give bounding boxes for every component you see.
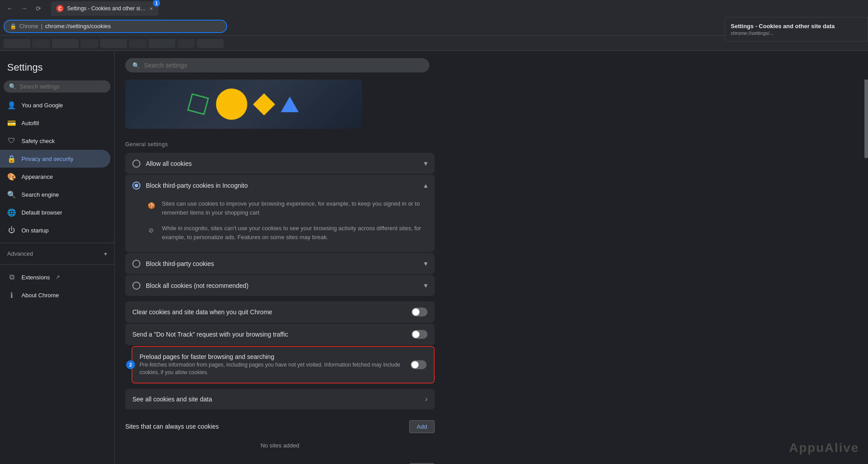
forward-button[interactable]: → (18, 2, 30, 15)
privacy-shield-icon: 🔒 (7, 154, 16, 163)
tab-close-button[interactable]: ✕ (149, 6, 153, 11)
radio-block-third-party[interactable] (132, 260, 140, 268)
external-link-icon: ↗ (55, 274, 60, 280)
preload-toggle[interactable] (411, 360, 427, 369)
toggle-row-clear-cookies[interactable]: Clear cookies and site data when you qui… (125, 301, 435, 323)
settings-search-input[interactable] (144, 62, 422, 69)
bookmark-3[interactable] (52, 39, 79, 48)
panel-subtitle: chrome://settings/... (731, 30, 862, 36)
cookie-detail-icon-2: ⊘ (146, 225, 157, 236)
address-bar[interactable]: 🔒 Chrome | (4, 20, 227, 33)
sidebar-item-on-startup[interactable]: ⏻ On startup (0, 221, 110, 239)
sidebar-label-you-and-google: You and Google (21, 102, 63, 109)
cookie-option-block-all-header[interactable]: Block all cookies (not recommended) ▾ (125, 275, 435, 296)
bookmark-5[interactable] (100, 39, 127, 48)
search-icon: 🔍 (7, 190, 16, 199)
about-icon: ℹ (7, 291, 16, 299)
cookie-option-block-third-party-header[interactable]: Block third-party cookies ▾ (125, 253, 435, 274)
sites-always-header: Sites that can always use cookies Add (125, 417, 435, 439)
sidebar-item-privacy-security[interactable]: 🔒 Privacy and security (0, 150, 110, 168)
block-incognito-label: Block third-party cookies in Incognito (146, 182, 419, 189)
bookmark-2[interactable] (32, 39, 50, 48)
clear-cookies-knob (412, 308, 419, 316)
no-sites-always-label: No sites added (125, 439, 435, 452)
sidebar-advanced-section[interactable]: Advanced ▾ (0, 247, 114, 261)
bookmark-9[interactable] (197, 39, 224, 48)
add-sites-always-button[interactable]: Add (409, 420, 435, 433)
sidebar-label-privacy-security: Privacy and security (21, 156, 73, 162)
always-clear-header: Always clear cookies when windows are cl… (125, 460, 435, 464)
content-area: General settings Allow all cookies ▾ (114, 80, 445, 464)
bookmark-1[interactable] (4, 39, 30, 48)
clear-cookies-toggle[interactable] (411, 308, 428, 316)
cookie-option-block-incognito: Block third-party cookies in Incognito ▴… (125, 175, 435, 252)
expand-allow-all-icon: ▾ (424, 159, 428, 168)
sidebar-divider-2 (0, 264, 114, 265)
preload-knob (411, 361, 419, 368)
preload-row-highlighted: 2 Preload pages for faster browsing and … (131, 346, 435, 384)
bookmark-6[interactable] (129, 39, 147, 48)
chrome-label: Chrome (19, 23, 38, 30)
sidebar-search-box[interactable]: 🔍 (4, 80, 110, 93)
address-input[interactable] (45, 23, 221, 30)
bookmark-4[interactable] (80, 39, 98, 48)
toggle-row-do-not-track[interactable]: Send a "Do Not Track" request with your … (125, 324, 435, 345)
sidebar-item-default-browser[interactable]: 🌐 Default browser (0, 203, 110, 221)
cookie-option-allow-all-header[interactable]: Allow all cookies ▾ (125, 153, 435, 174)
see-all-cookies-row[interactable]: See all cookies and site data › (125, 389, 435, 409)
do-not-track-toggle[interactable] (411, 330, 428, 339)
bookmark-8[interactable] (177, 39, 195, 48)
clear-cookies-title: Clear cookies and site data when you qui… (132, 308, 411, 316)
sidebar-label-on-startup: On startup (21, 227, 49, 234)
block-third-party-label: Block third-party cookies (146, 260, 419, 267)
nav-buttons: ← → ⟳ (4, 2, 45, 15)
sidebar-item-autofill[interactable]: 💳 Autofill (0, 114, 110, 132)
do-not-track-knob (412, 331, 419, 338)
radio-allow-all[interactable] (132, 160, 140, 168)
sidebar-item-about-chrome[interactable]: ℹ About Chrome (0, 286, 110, 304)
browser-titlebar: ← → ⟳ C Settings - Cookies and other sit… (0, 0, 868, 17)
active-tab[interactable]: C Settings - Cookies and other site data… (51, 1, 158, 16)
shape-triangle (281, 97, 299, 112)
radio-block-all[interactable] (132, 282, 140, 290)
browser-frame: ← → ⟳ C Settings - Cookies and other sit… (0, 0, 868, 464)
do-not-track-text: Send a "Do Not Track" request with your … (132, 331, 411, 338)
expand-incognito-icon: ▴ (424, 181, 428, 190)
sidebar-item-you-and-google[interactable]: 👤 You and Google (0, 96, 110, 114)
main-content: Settings 🔍 👤 You and Google 💳 Autofill 🛡… (0, 51, 868, 464)
scrollbar-thumb[interactable] (864, 69, 868, 158)
preload-desc: Pre-fetches information from pages, incl… (140, 361, 411, 376)
toggle-row-preload[interactable]: Preload pages for faster browsing and se… (132, 347, 434, 383)
expand-third-party-icon: ▾ (424, 259, 428, 268)
lock-icon: 🔒 (10, 23, 17, 30)
radio-block-incognito[interactable] (132, 181, 140, 190)
sidebar-item-extensions[interactable]: ⧉ Extensions ↗ (0, 268, 114, 286)
shape-square (187, 93, 209, 115)
credit-card-icon: 💳 (7, 118, 16, 127)
shape-circle (216, 89, 247, 120)
see-all-cookies-label: See all cookies and site data (132, 396, 425, 403)
person-icon: 👤 (7, 101, 16, 110)
sidebar-label-default-browser: Default browser (21, 209, 62, 216)
sidebar-search-input[interactable] (20, 83, 105, 90)
highlight-badge-2: 2 (126, 360, 135, 369)
sidebar-item-search-engine[interactable]: 🔍 Search engine (0, 186, 110, 203)
settings-sidebar: Settings 🔍 👤 You and Google 💳 Autofill 🛡… (0, 51, 114, 464)
sites-always-title: Sites that can always use cookies (125, 423, 409, 430)
chevron-down-icon: ▾ (104, 251, 107, 257)
cookie-option-block-incognito-header[interactable]: Block third-party cookies in Incognito ▴ (125, 175, 435, 196)
sidebar-title: Settings (0, 58, 114, 80)
safety-shield-icon: 🛡 (7, 136, 16, 145)
tab-badge-1: 1 (153, 0, 160, 7)
refresh-button[interactable]: ⟳ (32, 2, 45, 15)
settings-search-box[interactable]: 🔍 (125, 58, 429, 72)
settings-main-content: 🔍 General settings (114, 51, 868, 464)
sidebar-item-appearance[interactable]: 🎨 Appearance (0, 168, 110, 186)
shape-diamond (253, 93, 275, 115)
sidebar-item-safety-check[interactable]: 🛡 Safety check (0, 132, 110, 150)
tab-favicon: C (56, 5, 64, 12)
sites-always-section: Sites that can always use cookies Add No… (125, 417, 435, 452)
bookmark-7[interactable] (148, 39, 175, 48)
back-button[interactable]: ← (4, 2, 16, 15)
cookie-option-block-all: Block all cookies (not recommended) ▾ (125, 275, 435, 296)
